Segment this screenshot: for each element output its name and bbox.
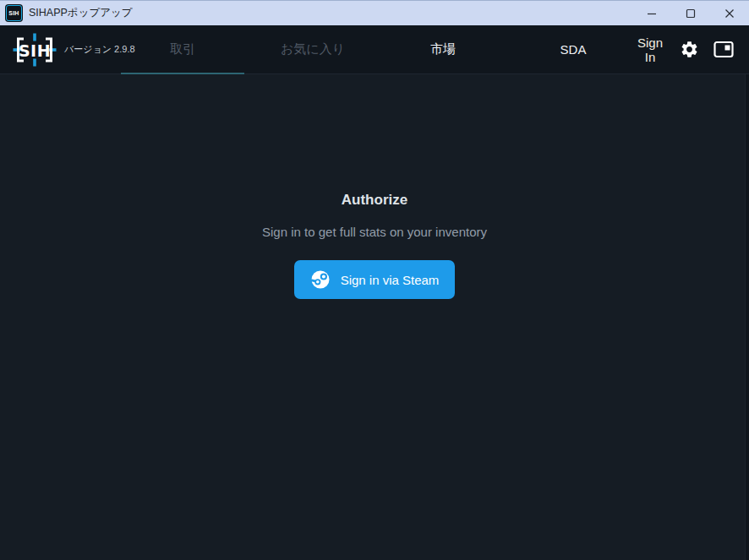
authorize-subtitle: Sign in to get full stats on your invent… — [0, 224, 749, 241]
minimize-button[interactable] — [632, 1, 671, 26]
nav-right: Sign In — [635, 25, 749, 73]
nav-tabs: 取引 お気に入り 市場 SDA — [121, 25, 635, 73]
svg-text:SIH: SIH — [19, 41, 51, 59]
panel-toggle-button[interactable] — [713, 41, 734, 58]
steam-button-label: Sign in via Steam — [341, 273, 440, 287]
titlebar: SIH SIHAPPポップアップ — [0, 0, 749, 25]
tab-trade[interactable]: 取引 — [121, 25, 244, 73]
sih-logo-icon: SIH — [13, 33, 57, 67]
main-content: Authorize Sign in to get full stats on y… — [0, 74, 749, 560]
close-button[interactable] — [710, 1, 749, 26]
window-controls — [632, 1, 749, 25]
steam-logo-icon — [310, 269, 331, 290]
gear-icon — [680, 40, 699, 59]
minimize-icon — [645, 7, 659, 20]
brand: SIH バージョン 2.9.8 — [0, 25, 121, 73]
vertical-scrollbar[interactable] — [745, 74, 749, 560]
tab-favorites[interactable]: お気に入り — [251, 25, 374, 73]
close-icon — [723, 7, 736, 20]
maximize-button[interactable] — [671, 1, 710, 26]
tab-market[interactable]: 市場 — [381, 25, 505, 73]
sign-in-link[interactable]: Sign In — [635, 35, 665, 64]
maximize-icon — [684, 7, 697, 20]
settings-button[interactable] — [680, 40, 699, 59]
panel-toggle-icon — [713, 41, 734, 58]
navbar: SIH バージョン 2.9.8 取引 お気に入り 市場 SDA Sign In — [0, 25, 749, 74]
app-icon: SIH — [6, 5, 22, 21]
sign-in-via-steam-button[interactable]: Sign in via Steam — [294, 260, 455, 299]
app-window: SIH SIHAPPポップアップ — [0, 0, 749, 560]
authorize-heading: Authorize — [0, 190, 749, 210]
window-title: SIHAPPポップアップ — [29, 6, 133, 20]
tab-sda[interactable]: SDA — [511, 25, 635, 73]
